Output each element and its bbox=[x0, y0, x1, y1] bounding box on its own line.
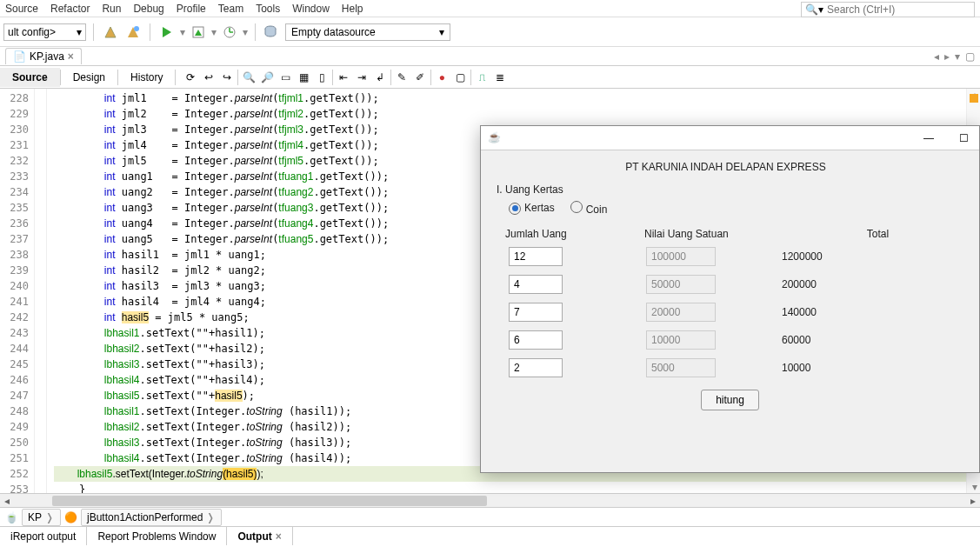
horizontal-scrollbar[interactable]: ◂ ▸ bbox=[0, 493, 980, 507]
close-icon[interactable]: × bbox=[276, 530, 282, 543]
breadcrumb-method[interactable]: jButton1ActionPerformed❭ bbox=[81, 509, 222, 526]
total-label-0: 1200000 bbox=[782, 250, 823, 263]
menu-team[interactable]: Team bbox=[218, 3, 243, 15]
scroll-right-icon[interactable]: ▸ bbox=[966, 494, 980, 508]
bars-icon[interactable]: ≣ bbox=[492, 70, 508, 85]
col-hdr-total: Total bbox=[792, 228, 963, 240]
running-app-window: ☕ — ☐ PT KARUNIA INDAH DELAPAN EXPRESS I… bbox=[480, 125, 980, 473]
toggle-icon[interactable]: ▦ bbox=[296, 70, 311, 85]
minimize-icon[interactable]: — bbox=[917, 132, 941, 144]
search-box[interactable]: 🔍▾ bbox=[801, 2, 975, 17]
line-gutter: 228 229 230 231 232 233 234 235 236 237 … bbox=[0, 89, 35, 493]
total-label-1: 200000 bbox=[782, 278, 817, 290]
tab-history[interactable]: History bbox=[118, 68, 175, 87]
build-icon[interactable] bbox=[101, 23, 120, 42]
editor-tabs: 📄 KP.java × ◂ ▸ ▾ ▢ bbox=[0, 47, 980, 66]
close-tab-icon[interactable]: × bbox=[68, 50, 74, 63]
nilai-input-0 bbox=[646, 247, 716, 266]
clean-build-icon[interactable] bbox=[123, 23, 143, 42]
menu-refactor[interactable]: Refactor bbox=[50, 3, 90, 15]
radio-coin[interactable]: Coin bbox=[570, 201, 608, 216]
tab-prev-icon[interactable]: ◂ bbox=[934, 50, 939, 63]
jumlah-input-2[interactable] bbox=[509, 303, 563, 322]
fold-column bbox=[35, 89, 47, 493]
menu-window[interactable]: Window bbox=[292, 3, 330, 15]
main-toolbar: ult config>▾ ▾ ▾ ▾ Empty datasource▾ bbox=[0, 17, 980, 47]
hitung-button[interactable]: hitung bbox=[701, 390, 759, 410]
search-icon: 🔍▾ bbox=[805, 3, 823, 16]
data-row: 140000 bbox=[497, 303, 963, 322]
find-prev-icon[interactable]: 🔎 bbox=[259, 70, 275, 85]
data-row: 200000 bbox=[497, 275, 963, 294]
data-row: 10000 bbox=[497, 358, 963, 377]
debug-icon[interactable] bbox=[189, 23, 208, 42]
warning-marker[interactable] bbox=[970, 94, 978, 103]
scroll-left-icon[interactable]: ◂ bbox=[0, 494, 14, 508]
wrap-icon[interactable]: ↲ bbox=[372, 70, 388, 85]
run-icon[interactable] bbox=[157, 23, 177, 42]
uncomment-icon[interactable]: ✐ bbox=[412, 70, 428, 85]
maximize-win-icon[interactable]: ☐ bbox=[951, 132, 976, 144]
datasource-combo[interactable]: Empty datasource▾ bbox=[285, 23, 450, 41]
data-row: 60000 bbox=[497, 330, 963, 350]
file-tab-label: KP.java bbox=[30, 50, 64, 63]
menu-source[interactable]: Source bbox=[5, 3, 38, 15]
svg-point-0 bbox=[134, 26, 139, 31]
shift-left-icon[interactable]: ⇤ bbox=[336, 70, 351, 85]
jumlah-input-1[interactable] bbox=[509, 275, 563, 294]
jumlah-input-4[interactable] bbox=[509, 358, 563, 377]
nilai-input-3 bbox=[646, 330, 716, 350]
nilai-input-4 bbox=[646, 358, 716, 377]
comment-icon[interactable]: ✎ bbox=[394, 70, 410, 85]
tab-output[interactable]: Output× bbox=[227, 527, 292, 545]
nilai-input-1 bbox=[646, 275, 716, 294]
menu-run[interactable]: Run bbox=[102, 3, 121, 15]
fwd-icon[interactable]: ↪ bbox=[219, 70, 235, 85]
chevron-down-icon[interactable]: ▾ bbox=[972, 481, 977, 493]
menu-help[interactable]: Help bbox=[342, 3, 363, 15]
record-icon[interactable]: ● bbox=[434, 70, 450, 85]
shift-right-icon[interactable]: ⇥ bbox=[354, 70, 370, 85]
menu-tools[interactable]: Tools bbox=[256, 3, 280, 15]
scroll-thumb[interactable] bbox=[52, 496, 487, 506]
radio-kertas[interactable]: Kertas bbox=[509, 202, 555, 215]
breadcrumb: 🍵 KP❭ 🟠 jButton1ActionPerformed❭ bbox=[0, 507, 980, 526]
tab-source[interactable]: Source bbox=[0, 68, 60, 87]
view-tabs: Source Design History ⟳ ↩ ↪ 🔍 🔎 ▭ ▦ ▯ ⇤ … bbox=[0, 66, 980, 89]
stop-icon[interactable]: ▢ bbox=[452, 70, 468, 85]
datasource-icon[interactable] bbox=[263, 23, 282, 42]
data-row: 1200000 bbox=[497, 247, 963, 266]
maximize-icon[interactable]: ▢ bbox=[965, 50, 975, 63]
tab-next-icon[interactable]: ▸ bbox=[944, 50, 950, 63]
highlight-icon[interactable]: ▭ bbox=[277, 70, 293, 85]
tab-menu-icon[interactable]: ▾ bbox=[955, 50, 960, 63]
select-icon[interactable]: ▯ bbox=[314, 70, 330, 85]
java-icon: ☕ bbox=[488, 131, 502, 145]
menu-profile[interactable]: Profile bbox=[177, 3, 206, 15]
nilai-input-2 bbox=[646, 303, 716, 322]
config-combo[interactable]: ult config>▾ bbox=[3, 23, 86, 41]
breadcrumb-class[interactable]: KP❭ bbox=[22, 509, 61, 526]
menu-debug[interactable]: Debug bbox=[133, 3, 163, 15]
method-icon: 🟠 bbox=[64, 511, 77, 523]
back-icon[interactable]: ↩ bbox=[201, 70, 217, 85]
tab-problems[interactable]: Report Problems Window bbox=[87, 527, 227, 545]
jumlah-input-3[interactable] bbox=[509, 330, 563, 350]
find-sel-icon[interactable]: 🔍 bbox=[241, 70, 257, 85]
class-icon: 🍵 bbox=[5, 511, 18, 523]
col-hdr-jumlah: Jumlah Uang bbox=[505, 228, 644, 240]
java-file-icon: 📄 bbox=[13, 50, 26, 63]
file-tab-kp[interactable]: 📄 KP.java × bbox=[5, 48, 82, 64]
profile-icon[interactable] bbox=[220, 23, 239, 42]
tab-ireport[interactable]: iReport output bbox=[0, 527, 87, 545]
tab-design[interactable]: Design bbox=[61, 68, 117, 87]
tab-controls: ◂ ▸ ▾ ▢ bbox=[934, 50, 975, 63]
total-label-2: 140000 bbox=[782, 306, 817, 318]
bottom-panel-tabs: iReport output Report Problems Window Ou… bbox=[0, 526, 980, 545]
search-input[interactable] bbox=[827, 3, 970, 16]
app-titlebar[interactable]: ☕ — ☐ bbox=[481, 126, 979, 150]
chart-icon[interactable]: ⎍ bbox=[474, 70, 490, 85]
section-label: I. Uang Kertas bbox=[497, 183, 963, 196]
refresh-icon[interactable]: ⟳ bbox=[183, 70, 198, 85]
jumlah-input-0[interactable] bbox=[509, 247, 563, 266]
